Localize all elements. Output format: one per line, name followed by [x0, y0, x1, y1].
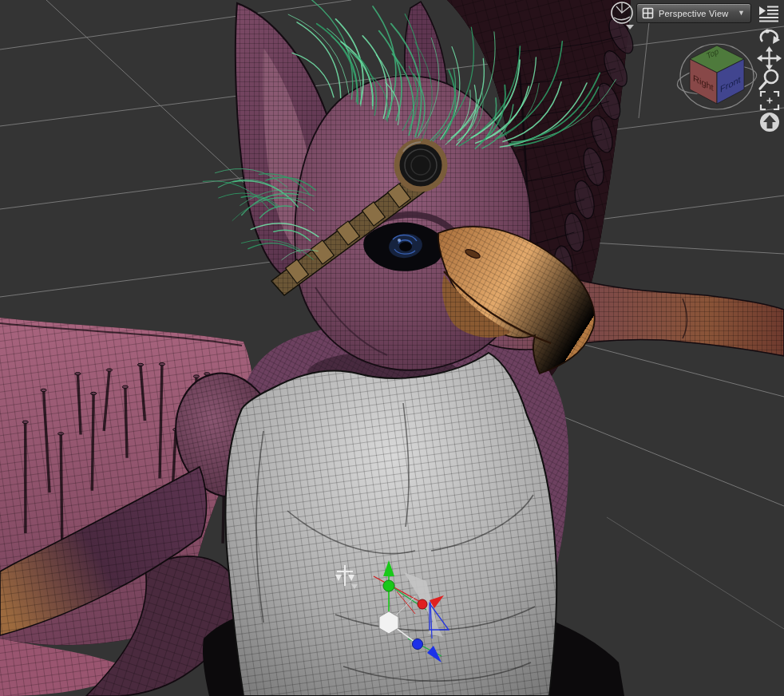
gizmo-x-ball[interactable]	[418, 599, 427, 609]
viewport-canvas[interactable]	[0, 0, 784, 696]
vest[interactable]	[225, 353, 556, 696]
view-cube[interactable]: Top Right Front	[669, 30, 768, 121]
viewport-menu-button[interactable]	[757, 2, 781, 23]
view-selector-label: Perspective View	[654, 9, 738, 18]
chevron-down-icon: ▼	[738, 10, 745, 17]
chevron-down-icon[interactable]	[626, 25, 634, 30]
view-selector-dropdown[interactable]: Perspective View ▼	[636, 3, 751, 23]
pane-icon	[642, 7, 654, 19]
gizmo-z-ball[interactable]	[413, 639, 423, 650]
viewport-menu-icon	[758, 3, 780, 23]
viewport[interactable]: Perspective View ▼	[0, 0, 784, 696]
character-model[interactable]	[0, 0, 784, 696]
draw-style-selector[interactable]	[608, 1, 637, 31]
shaded-sphere-icon	[608, 1, 637, 31]
gizmo-y-ball[interactable]	[383, 580, 394, 591]
goggle-lens	[397, 141, 445, 189]
